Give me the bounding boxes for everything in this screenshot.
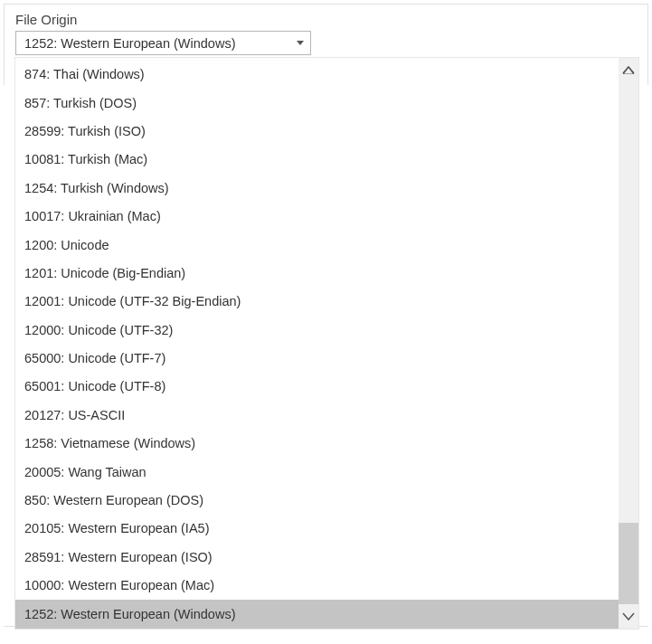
dropdown-option[interactable]: 65001: Unicode (UTF-8) [15, 373, 619, 401]
dropdown-option[interactable]: 12001: Unicode (UTF-32 Big-Endian) [15, 288, 619, 316]
dropdown-option[interactable]: 857: Turkish (DOS) [15, 89, 619, 117]
scrollbar [619, 58, 638, 629]
file-origin-select[interactable]: 1252: Western European (Windows) [15, 31, 311, 55]
dropdown-option[interactable]: 874: Thai (Windows) [15, 61, 619, 89]
dropdown-option[interactable]: 20105: Western European (IA5) [15, 515, 619, 543]
dropdown-option[interactable]: 1201: Unicode (Big-Endian) [15, 260, 619, 288]
scroll-down-button[interactable] [619, 604, 638, 629]
scroll-track[interactable] [619, 82, 638, 604]
dropdown-option[interactable]: 65000: Unicode (UTF-7) [15, 345, 619, 373]
dropdown-option[interactable]: 20005: Wang Taiwan [15, 458, 619, 486]
scroll-thumb[interactable] [619, 523, 638, 604]
dropdown-option[interactable]: 28591: Western European (ISO) [15, 544, 619, 572]
dropdown-option[interactable]: 850: Western European (DOS) [15, 487, 619, 515]
dropdown-list[interactable]: 874: Thai (Windows)857: Turkish (DOS)285… [15, 58, 619, 629]
dropdown-option[interactable]: 10000: Western European (Mac) [15, 572, 619, 600]
dropdown-option[interactable]: 28599: Turkish (ISO) [15, 118, 619, 146]
scroll-up-button[interactable] [619, 58, 638, 82]
file-origin-dropdown: 874: Thai (Windows)857: Turkish (DOS)285… [14, 57, 639, 630]
dropdown-option[interactable]: 12000: Unicode (UTF-32) [15, 317, 619, 345]
dropdown-option[interactable]: 10081: Turkish (Mac) [15, 146, 619, 174]
dropdown-option[interactable]: 20127: US-ASCII [15, 402, 619, 430]
dropdown-option[interactable]: 1254: Turkish (Windows) [15, 175, 619, 203]
dropdown-option[interactable]: 10017: Ukrainian (Mac) [15, 203, 619, 231]
dropdown-option[interactable]: 1258: Vietnamese (Windows) [15, 430, 619, 458]
dropdown-option[interactable]: 1200: Unicode [15, 231, 619, 259]
select-value: 1252: Western European (Windows) [24, 36, 235, 51]
field-label: File Origin [15, 12, 637, 27]
dropdown-arrow-icon [296, 39, 305, 48]
dropdown-option[interactable]: 1252: Western European (Windows) [15, 600, 619, 628]
